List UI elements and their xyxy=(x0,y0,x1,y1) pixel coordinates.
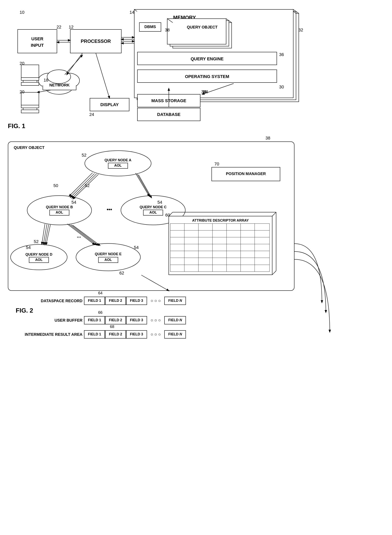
ref-14: 14 xyxy=(130,10,134,15)
svg-rect-31 xyxy=(42,85,76,90)
user-buffer-section: 66 USER BUFFER FIELD 1 FIELD 2 FIELD 3 ○… xyxy=(16,316,384,324)
svg-rect-44 xyxy=(23,80,37,82)
ref-66: 66 xyxy=(98,310,103,315)
svg-text:MEMORY: MEMORY xyxy=(173,14,196,20)
ub-dots: ○ ○ ○ xyxy=(147,316,164,324)
ub-fieldN: FIELD N xyxy=(164,316,186,324)
ub-field2: FIELD 2 xyxy=(105,316,126,324)
svg-rect-10 xyxy=(173,23,232,48)
svg-rect-24 xyxy=(18,29,57,53)
ref-64: 64 xyxy=(98,291,103,295)
fig2-section: 38 QUERY OBJECT QUERY NODE A AOL QUERY N… xyxy=(8,142,384,339)
svg-text:USER: USER xyxy=(31,36,43,41)
svg-rect-11 xyxy=(170,21,229,46)
svg-rect-18 xyxy=(137,52,277,65)
ir-field1: FIELD 1 xyxy=(84,330,105,339)
ref-38-fig2: 38 xyxy=(266,136,270,141)
svg-line-5 xyxy=(296,11,299,13)
ref-10: 10 xyxy=(20,10,24,15)
ref-20b: 20 xyxy=(20,89,24,95)
fig1-diagram: MEMORY DBMS QUERY OBJECT QUERY ENGINE OP… xyxy=(8,8,381,130)
svg-rect-48 xyxy=(23,108,37,110)
ub-field1: FIELD 1 xyxy=(84,316,105,324)
svg-line-15 xyxy=(170,21,173,23)
ir-field2: FIELD 2 xyxy=(105,330,126,339)
svg-line-14 xyxy=(226,19,229,21)
fig1-label: FIG. 1 xyxy=(8,122,25,130)
svg-rect-8 xyxy=(139,23,161,31)
svg-text:DATABASE: DATABASE xyxy=(157,112,181,117)
ref-34b: 34 xyxy=(201,89,206,95)
svg-rect-49 xyxy=(21,110,39,113)
ds-dots: ○ ○ ○ xyxy=(147,297,164,305)
ub-field3: FIELD 3 xyxy=(126,316,147,324)
svg-point-30 xyxy=(47,70,71,84)
svg-point-28 xyxy=(38,73,60,88)
svg-text:MASS STORAGE: MASS STORAGE xyxy=(151,98,186,103)
ref-32: 32 xyxy=(298,28,303,33)
svg-rect-22 xyxy=(70,29,121,53)
ds-field3: FIELD 3 xyxy=(126,297,147,305)
ref-12: 12 xyxy=(69,24,73,30)
user-buffer-label: USER BUFFER xyxy=(16,318,82,323)
svg-rect-42 xyxy=(21,65,39,78)
intermediate-result-section: 68 INTERMEDIATE RESULT AREA FIELD 1 FIEL… xyxy=(16,330,384,339)
intermediate-fields: FIELD 1 FIELD 2 FIELD 3 ○ ○ ○ FIELD N xyxy=(84,330,186,339)
ds-field1: FIELD 1 xyxy=(84,297,105,305)
svg-point-29 xyxy=(58,73,79,88)
svg-rect-38 xyxy=(137,94,200,107)
ir-dots: ○ ○ ○ xyxy=(147,330,164,339)
buffer-fields: FIELD 1 FIELD 2 FIELD 3 ○ ○ ○ FIELD N xyxy=(84,316,186,324)
svg-line-57 xyxy=(67,53,82,75)
svg-rect-36 xyxy=(90,98,129,111)
ir-fieldN: FIELD N xyxy=(164,330,186,339)
svg-line-122 xyxy=(141,275,169,291)
svg-line-16 xyxy=(229,21,232,23)
intermediate-label: INTERMEDIATE RESULT AREA xyxy=(16,332,82,337)
svg-line-58 xyxy=(37,90,51,92)
svg-line-59 xyxy=(65,55,82,75)
svg-text:INPUT: INPUT xyxy=(31,43,44,48)
ref-24: 24 xyxy=(89,112,94,117)
ir-field3: FIELD 3 xyxy=(126,330,147,339)
svg-text:NETWORK: NETWORK xyxy=(49,83,70,87)
dataspace-label: DATASPACE RECORD xyxy=(16,299,82,303)
svg-rect-45 xyxy=(21,82,39,85)
svg-text:OPERATING SYSTEM: OPERATING SYSTEM xyxy=(185,74,229,79)
svg-line-3 xyxy=(134,9,137,11)
dataspace-fields: FIELD 1 FIELD 2 FIELD 3 ○ ○ ○ FIELD N xyxy=(84,297,186,305)
svg-rect-12 xyxy=(167,19,226,44)
ds-field2: FIELD 2 xyxy=(105,297,126,305)
svg-rect-20 xyxy=(137,70,277,83)
svg-rect-2 xyxy=(134,9,293,98)
svg-text:DISPLAY: DISPLAY xyxy=(100,102,119,107)
svg-line-56 xyxy=(96,53,110,98)
ref-36: 36 xyxy=(279,52,284,57)
svg-line-13 xyxy=(167,19,170,21)
svg-rect-40 xyxy=(137,108,200,121)
svg-rect-1 xyxy=(137,11,296,100)
svg-text:QUERY OBJECT: QUERY OBJECT xyxy=(187,25,218,29)
ref-38: 38 xyxy=(165,28,170,33)
svg-rect-43 xyxy=(21,78,39,80)
svg-rect-0 xyxy=(140,13,299,102)
svg-line-4 xyxy=(293,9,296,11)
dataspace-record-section: 64 DATASPACE RECORD FIELD 1 FIELD 2 FIEL… xyxy=(16,297,384,305)
ref-18: 18 xyxy=(44,78,48,83)
ds-fieldN: FIELD N xyxy=(164,297,186,305)
ref-22: 22 xyxy=(56,24,61,30)
svg-text:DBMS: DBMS xyxy=(145,24,156,29)
ref-20a: 20 xyxy=(20,61,24,66)
svg-rect-47 xyxy=(21,105,39,108)
ref-68: 68 xyxy=(110,324,114,329)
svg-text:QUERY ENGINE: QUERY ENGINE xyxy=(191,56,223,61)
svg-text:PROCESSOR: PROCESSOR xyxy=(81,38,111,44)
ref-30: 30 xyxy=(279,85,284,90)
svg-line-6 xyxy=(293,11,296,13)
